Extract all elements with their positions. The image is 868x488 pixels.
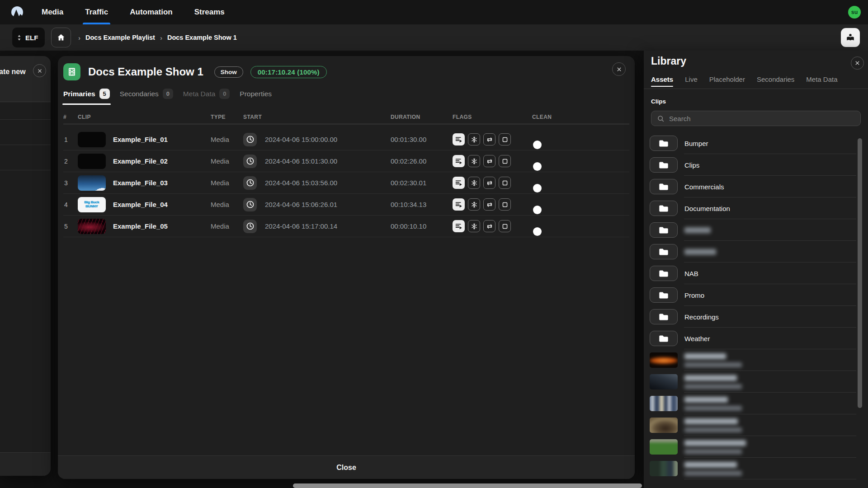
- asset-text: [684, 418, 742, 432]
- frame-flag-button[interactable]: [499, 198, 511, 211]
- docs-button[interactable]: [841, 28, 860, 47]
- table-row[interactable]: 2 Example_File_02 Media 2024-04-06 15:01…: [63, 150, 629, 172]
- breadcrumb-item[interactable]: Docs Example Show 1: [167, 34, 237, 41]
- repeat-flag-button[interactable]: [483, 198, 495, 211]
- folder-icon: [658, 226, 669, 235]
- nav-item[interactable]: Automation: [130, 0, 172, 24]
- redacted-asset-title: [684, 462, 737, 468]
- snowflake-flag-button[interactable]: [468, 177, 480, 189]
- asset-row[interactable]: [644, 414, 868, 436]
- folder-button[interactable]: [650, 201, 678, 216]
- redacted-asset-metadata: [684, 406, 742, 411]
- show-modal-tab[interactable]: Properties: [239, 89, 273, 105]
- close-button[interactable]: Close: [58, 455, 635, 479]
- table-row[interactable]: 3 Example_File_03 Media 2024-04-06 15:03…: [63, 172, 629, 194]
- library-tab[interactable]: Live: [685, 75, 698, 89]
- start-time-button[interactable]: [243, 133, 257, 146]
- asset-row[interactable]: [644, 458, 868, 479]
- snowflake-flag-button[interactable]: [468, 220, 480, 232]
- folder-row[interactable]: Recordings: [644, 306, 868, 328]
- start-time-button[interactable]: [243, 198, 257, 211]
- folder-button[interactable]: [650, 287, 678, 303]
- search-input[interactable]: [669, 115, 855, 122]
- frame-icon: [501, 179, 509, 187]
- frame-flag-button[interactable]: [499, 155, 511, 167]
- folder-button[interactable]: [650, 244, 678, 259]
- folder-row[interactable]: NAB: [644, 263, 868, 284]
- start-time: 2024-04-06 15:00:00.00: [265, 136, 337, 143]
- table-row[interactable]: 4 Big Buck BUNNY Example_File_04 Media 2…: [63, 194, 629, 216]
- frame-flag-button[interactable]: [499, 133, 511, 145]
- library-tab[interactable]: Placeholder: [709, 75, 745, 89]
- table-row[interactable]: 1 Example_File_01 Media 2024-04-06 15:00…: [63, 129, 629, 150]
- show-type-pill[interactable]: Show: [214, 66, 243, 78]
- horizontal-scrollbar[interactable]: [293, 483, 642, 488]
- folder-row[interactable]: [644, 241, 868, 263]
- frame-flag-button[interactable]: [499, 220, 511, 232]
- folder-button[interactable]: [650, 179, 678, 194]
- show-modal-tab[interactable]: Primaries 5: [62, 89, 111, 105]
- folder-button[interactable]: [650, 331, 678, 346]
- divider: [0, 170, 51, 170]
- table-row[interactable]: 5 Example_File_05 Media 2024-04-06 15:17…: [63, 216, 629, 237]
- asset-row[interactable]: [644, 349, 868, 371]
- show-modal-close-button[interactable]: [612, 62, 626, 76]
- redacted-asset-title: [684, 375, 737, 381]
- folder-row[interactable]: Bumper: [644, 132, 868, 154]
- user-avatar[interactable]: su: [848, 6, 861, 19]
- playlist-play-flag-button[interactable]: [453, 220, 465, 232]
- nav-item[interactable]: Traffic: [85, 0, 108, 24]
- asset-row[interactable]: [644, 371, 868, 393]
- asset-thumbnail: [650, 352, 678, 368]
- repeat-flag-button[interactable]: [483, 155, 495, 167]
- folder-button[interactable]: [650, 266, 678, 281]
- start-time-button[interactable]: [243, 176, 257, 190]
- folder-row[interactable]: [644, 219, 868, 241]
- create-new-panel-footer: [0, 452, 51, 476]
- library-tab[interactable]: Secondaries: [757, 75, 794, 89]
- playlist-play-flag-button[interactable]: [453, 177, 465, 189]
- playlist-play-flag-button[interactable]: [453, 155, 465, 167]
- workspace-selector[interactable]: ELF: [12, 28, 45, 47]
- show-modal-tab[interactable]: Meta Data 0: [182, 89, 231, 105]
- folder-row[interactable]: Commercials: [644, 176, 868, 197]
- playlist-play-flag-button[interactable]: [453, 133, 465, 145]
- nav-item[interactable]: Streams: [194, 0, 225, 24]
- folder-row[interactable]: Documentation: [644, 197, 868, 219]
- show-modal-tab[interactable]: Secondaries 0: [119, 89, 174, 105]
- snowflake-flag-button[interactable]: [468, 155, 480, 167]
- repeat-flag-button[interactable]: [483, 220, 495, 232]
- row-number: 5: [63, 223, 78, 230]
- frame-flag-button[interactable]: [499, 177, 511, 189]
- home-button[interactable]: [51, 28, 71, 47]
- library-search[interactable]: [651, 111, 861, 126]
- asset-text: [684, 462, 742, 476]
- folder-row[interactable]: Clips: [644, 154, 868, 176]
- repeat-flag-button[interactable]: [483, 177, 495, 189]
- library-tab[interactable]: Assets: [651, 75, 673, 89]
- library-close-button[interactable]: [851, 56, 864, 70]
- elf-mountain-logo-icon[interactable]: [10, 5, 24, 19]
- folder-button[interactable]: [650, 157, 678, 173]
- playlist-play-flag-button[interactable]: [453, 198, 465, 211]
- folder-button[interactable]: [650, 136, 678, 151]
- asset-row[interactable]: [644, 393, 868, 414]
- snowflake-flag-button[interactable]: [468, 133, 480, 145]
- folder-row[interactable]: Weather: [644, 328, 868, 349]
- breadcrumb-item[interactable]: Docs Example Playlist: [85, 34, 155, 41]
- asset-row[interactable]: [644, 436, 868, 458]
- col-clip: CLIP: [78, 114, 211, 120]
- folder-row[interactable]: Promo: [644, 284, 868, 306]
- snowflake-flag-button[interactable]: [468, 198, 480, 211]
- repeat-icon: [486, 223, 493, 230]
- repeat-flag-button[interactable]: [483, 133, 495, 145]
- nav-item[interactable]: Media: [42, 0, 63, 24]
- folder-button[interactable]: [650, 309, 678, 324]
- library-tab[interactable]: Meta Data: [806, 75, 837, 89]
- start-time-button[interactable]: [243, 220, 257, 233]
- library-vertical-scrollbar[interactable]: [858, 138, 862, 408]
- create-new-close-button[interactable]: [33, 64, 46, 77]
- asset-text: [684, 375, 742, 389]
- start-time-button[interactable]: [243, 155, 257, 168]
- folder-button[interactable]: [650, 222, 678, 238]
